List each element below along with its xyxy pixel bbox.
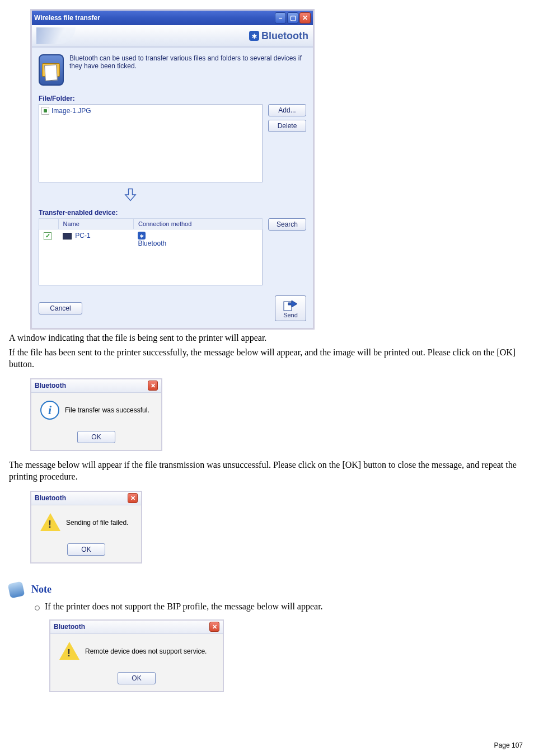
file-folder-label: File/Folder: [39,95,306,102]
note-text: If the printer does not support the BIP … [45,602,323,611]
col-check [39,219,59,229]
paragraph-1: A window indicating that the file is bei… [9,332,525,344]
dialog-titlebar: Bluetooth ✕ [31,492,141,505]
footer-row: Cancel Send [39,295,306,321]
device-method: Bluetooth [138,240,166,247]
wireless-transfer-window: Wireless file transfer – ▢ ✕ ∗ Bluetooth… [30,9,315,330]
fail-dialog: Bluetooth ✕ Sending of file failed. OK [30,491,142,564]
titlebar: Wireless file transfer – ▢ ✕ [32,11,313,25]
dialog-footer: OK [31,540,141,562]
close-button[interactable]: ✕ [299,12,311,24]
delete-button[interactable]: Delete [268,120,306,132]
image-file-icon [41,107,49,115]
window-buttons: – ▢ ✕ [275,12,311,24]
dialog-titlebar: Bluetooth ✕ [50,621,223,634]
ok-button[interactable]: OK [77,431,115,443]
transfer-icon [39,54,64,86]
search-button[interactable]: Search [268,218,306,231]
brand-logo: ∗ Bluetooth [249,30,308,42]
note-icon [8,581,25,599]
dialog-message: Remote device does not support service. [85,647,207,655]
brand-bar: ∗ Bluetooth [32,25,313,48]
folder-icon [42,63,60,77]
ok-button[interactable]: OK [67,543,105,556]
close-button[interactable]: ✕ [209,622,219,632]
send-button[interactable]: Send [275,295,306,321]
minimize-button[interactable]: – [275,12,286,24]
note-heading: Note [9,583,525,597]
file-section: Image-1.JPG Add... Delete [39,104,306,182]
device-buttons: Search [268,218,306,285]
cancel-button[interactable]: Cancel [39,302,82,314]
warning-icon [59,642,79,661]
dialog-message: File transfer was successful. [65,406,149,414]
pc-icon [63,233,72,240]
brand-swoosh [36,27,76,44]
file-list[interactable]: Image-1.JPG [39,104,263,182]
send-label: Send [283,312,298,318]
ok-button[interactable]: OK [118,672,156,684]
maximize-button[interactable]: ▢ [287,12,298,24]
send-icon [283,298,298,312]
window-body: Bluetooth can be used to transfer variou… [32,48,313,328]
file-buttons: Add... Delete [268,104,306,182]
nosupport-dialog: Bluetooth ✕ Remote device does not suppo… [49,619,224,692]
file-name: Image-1.JPG [51,107,91,115]
dialog-title: Bluetooth [35,382,148,389]
col-name[interactable]: Name [58,219,133,229]
dialog-body: Remote device does not support service. [50,634,223,669]
device-row[interactable]: ✓ PC-1 ∗ Bluetooth [39,229,263,285]
paragraph-2: If the file has been sent to the printer… [9,346,525,370]
info-icon: i [40,401,59,420]
bluetooth-icon: ∗ [138,232,146,240]
info-row: Bluetooth can be used to transfer variou… [39,54,306,86]
dialog-body: i File transfer was successful. [31,393,161,428]
device-table: Name Connection method ✓ PC-1 ∗ Bluetoot… [39,218,263,285]
col-conn[interactable]: Connection method [133,219,262,229]
dialog-title: Bluetooth [35,494,128,502]
dialog-footer: OK [50,669,223,691]
dialog-body: Sending of file failed. [31,505,141,540]
add-button[interactable]: Add... [268,104,306,116]
dialog-footer: OK [31,428,161,450]
close-button[interactable]: ✕ [148,381,158,391]
dialog-message: Sending of file failed. [66,519,128,527]
info-text: Bluetooth can be used to transfer variou… [69,54,306,70]
note-list: If the printer does not support the BIP … [9,602,525,692]
arrow-down-icon [123,187,138,203]
device-section: Name Connection method ✓ PC-1 ∗ Bluetoot… [39,218,306,285]
note-item: If the printer does not support the BIP … [35,602,525,692]
file-item[interactable]: Image-1.JPG [41,107,260,115]
bluetooth-icon: ∗ [249,31,259,41]
device-checkbox[interactable]: ✓ [44,232,51,240]
brand-text: Bluetooth [261,30,308,42]
dialog-title: Bluetooth [54,623,209,631]
close-button[interactable]: ✕ [128,493,138,503]
device-name: PC-1 [75,232,90,240]
window-title: Wireless file transfer [34,14,275,22]
paragraph-3: The message below will appear if the fil… [9,459,525,483]
dialog-titlebar: Bluetooth ✕ [31,379,161,393]
note-label: Note [31,584,51,595]
success-dialog: Bluetooth ✕ i File transfer was successf… [30,378,162,451]
warning-icon [40,513,60,532]
device-label: Transfer-enabled device: [39,209,306,217]
